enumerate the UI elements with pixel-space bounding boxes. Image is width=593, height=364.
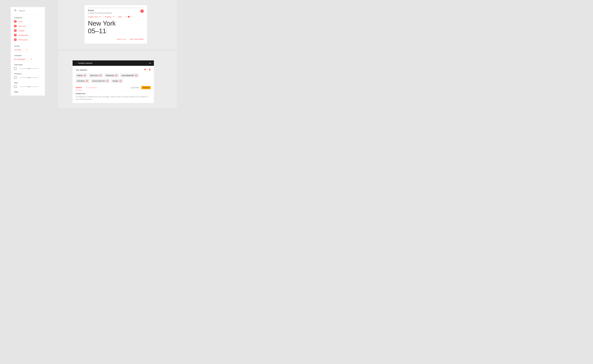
chip-row: RobotoWork SansMontserratLibre Baskervil… [76, 73, 151, 83]
your-selection-heading: Your Selection [76, 69, 87, 71]
remove-chip-icon[interactable] [106, 80, 108, 82]
category-label: Monospace [19, 39, 28, 41]
thickness-section: Thickness [11, 71, 45, 79]
remove-chip-icon[interactable] [120, 80, 122, 82]
checkbox-checked-icon [14, 25, 16, 27]
sorting-section: Sorting Trending [11, 43, 45, 52]
share-icon[interactable] [144, 68, 146, 71]
language-dropdown[interactable]: All Languages [14, 58, 32, 61]
category-monospace[interactable]: Monospace [14, 39, 42, 41]
text-type-dropdown[interactable]: Caption Text [88, 16, 103, 18]
divider [116, 15, 116, 18]
slant-section: Slant [11, 80, 45, 88]
remove-chip-icon[interactable] [100, 74, 102, 77]
embed-section: Embed Font To embed your Collection into… [76, 90, 151, 103]
width-section: Width [11, 89, 45, 96]
font-preview-card: Roboto 12 Styles by Christian Robertson … [85, 5, 147, 44]
chip-label: Fira Mono [77, 80, 85, 82]
apply-all-button[interactable]: APPLY ALL [117, 38, 127, 40]
categories-heading: Categories [14, 17, 42, 19]
font-name: Roboto [88, 9, 112, 12]
remove-chip-icon[interactable] [135, 74, 137, 77]
checkbox-checked-icon [14, 34, 16, 36]
preview-controls: Caption Text Regular 56pt [88, 15, 144, 18]
embed-title: Embed Font [76, 92, 151, 95]
selection-header-text: Families Selected [78, 62, 149, 64]
chip-label: Libre Baskerville [122, 75, 134, 76]
sorting-dropdown[interactable]: Trending [14, 49, 27, 52]
selection-header: 7 Families Selected [73, 60, 154, 66]
category-display[interactable]: Display [14, 29, 42, 32]
checkbox-checked-icon [14, 39, 16, 41]
minimize-icon[interactable] [149, 63, 151, 63]
remove-chip-icon[interactable] [115, 74, 117, 77]
remove-chip-icon[interactable] [86, 80, 88, 82]
font-chip: Work Sans [89, 73, 103, 78]
caret-down-icon [100, 16, 101, 17]
font-subtitle: 12 Styles by Christian Robertson [88, 12, 112, 14]
chip-label: Rosario [113, 80, 118, 82]
caret-down-icon [113, 16, 114, 17]
font-chip: Source Sans Pro [91, 79, 110, 83]
search-input[interactable] [19, 10, 40, 12]
slider-heading: Total Styles [14, 64, 42, 66]
font-chip: Fira Mono [76, 79, 89, 83]
sorting-value: Trending [14, 49, 21, 51]
size-control: 56pt [118, 16, 133, 18]
svg-line-1 [16, 11, 16, 12]
sample-line2: 05–11 [88, 27, 106, 35]
language-heading: Language [14, 54, 42, 56]
total-styles-slider[interactable] [19, 68, 39, 69]
weight-dropdown[interactable]: Regular [105, 16, 116, 18]
thickness-slider[interactable] [19, 77, 39, 78]
search-row [11, 7, 45, 15]
chip-label: Roboto [77, 75, 82, 76]
sample-line1: New York [88, 20, 116, 27]
sorting-heading: Sorting [14, 45, 42, 47]
preview-region: Roboto 12 Styles by Christian Robertson … [58, 0, 177, 49]
sample-text[interactable]: New York 05–11 [88, 20, 144, 35]
font-chip: Rosario [111, 79, 123, 83]
checkbox-checked-icon [14, 29, 16, 32]
language-value: All Languages [14, 58, 26, 60]
plus-icon [141, 10, 143, 12]
category-san-serif[interactable]: San serif [14, 25, 42, 27]
slider-heading: Slant [14, 82, 42, 84]
chip-label: Work Sans [90, 75, 98, 76]
weight-value: Regular [105, 16, 111, 18]
tab-embed[interactable]: EMBED [76, 85, 82, 90]
category-handwriting[interactable]: Handwriting [14, 34, 42, 36]
see-specimen-button[interactable]: SEE SPECIMEN [130, 38, 144, 40]
slider-heading: Thickness [14, 73, 42, 75]
selection-panel: 7 Families Selected Your Selection Robot… [73, 60, 154, 103]
tab-row: EMBED CUSTOMIZE Load Time Moderate [76, 85, 151, 90]
category-label: San serif [19, 25, 26, 27]
tab-customize[interactable]: CUSTOMIZE [86, 85, 97, 90]
load-time-label: Load Time [131, 87, 139, 89]
categories-section: Categories Serif San serif Display Handw… [11, 15, 45, 41]
slant-slider[interactable] [19, 86, 39, 87]
size-value: 56pt [118, 16, 122, 18]
selection-region: 7 Families Selected Your Selection Robot… [58, 51, 177, 108]
svg-point-0 [14, 10, 16, 11]
embed-description: To embed your Collection into your web p… [76, 96, 151, 101]
remove-chip-icon[interactable] [84, 74, 86, 77]
selection-count: 7 [75, 62, 76, 64]
font-chip: Libre Baskerville [120, 73, 139, 78]
font-chip: Roboto [76, 73, 87, 78]
size-slider[interactable] [124, 16, 133, 17]
slider-heading: Width [14, 91, 42, 93]
download-icon[interactable] [149, 68, 151, 71]
category-serif[interactable]: Serif [14, 20, 42, 23]
load-time-badge: Moderate [141, 86, 151, 89]
checkbox-empty[interactable] [14, 76, 16, 79]
checkbox-checked-icon [14, 20, 16, 23]
filter-sidebar: Categories Serif San serif Display Handw… [11, 7, 45, 96]
add-font-button[interactable] [140, 9, 144, 13]
chip-label: Source Sans Pro [92, 80, 105, 82]
category-label: Serif [19, 20, 22, 23]
chip-label: Montserrat [106, 75, 114, 76]
checkbox-empty[interactable] [14, 85, 16, 88]
checkbox-empty[interactable] [14, 67, 16, 70]
caret-down-icon [31, 59, 32, 59]
